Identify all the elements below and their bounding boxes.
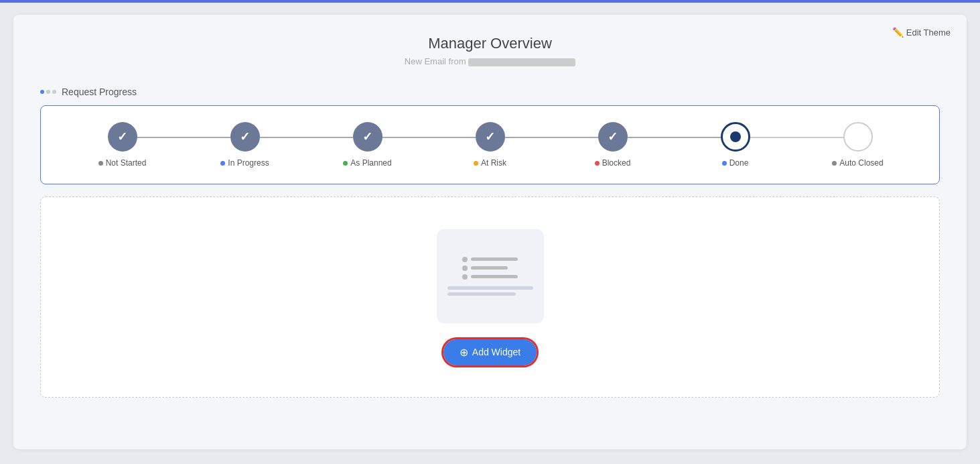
status-dot-as-planned xyxy=(343,161,348,166)
wi-text-line-1 xyxy=(447,286,533,290)
step-label-blocked: Blocked xyxy=(595,158,631,168)
step-done: Done xyxy=(674,122,796,168)
step-circle-auto-closed xyxy=(843,122,873,152)
step-label-auto-closed: Auto Closed xyxy=(832,158,883,168)
icon-dot-1 xyxy=(40,90,44,94)
step-not-started: ✓ Not Started xyxy=(61,122,184,168)
step-blocked: ✓ Blocked xyxy=(551,122,674,168)
active-dot xyxy=(730,131,741,142)
wi-dot-1 xyxy=(462,257,468,262)
step-text-blocked: Blocked xyxy=(602,158,631,168)
add-widget-plus-icon: ⊕ xyxy=(460,346,468,359)
widget-icon-row-2 xyxy=(462,266,508,271)
page-title: Manager Overview xyxy=(40,35,940,52)
wi-line-3 xyxy=(471,275,518,278)
step-circle-blocked: ✓ xyxy=(598,122,628,152)
step-circle-as-planned: ✓ xyxy=(353,122,382,152)
step-text-as-planned: As Planned xyxy=(350,158,391,168)
section-label: Request Progress xyxy=(40,86,940,97)
section-title: Request Progress xyxy=(62,86,137,97)
widget-area: ⊕ Add Widget xyxy=(40,196,940,398)
wi-line-1 xyxy=(471,257,518,261)
icon-dot-3 xyxy=(52,90,56,94)
status-dot-blocked xyxy=(595,161,600,166)
step-text-at-risk: At Risk xyxy=(481,158,506,168)
wi-dot-2 xyxy=(462,266,468,271)
check-icon: ✓ xyxy=(117,129,127,144)
page-subtitle: New Email from xyxy=(40,56,940,66)
wi-dot-3 xyxy=(462,274,468,280)
check-icon: ✓ xyxy=(485,129,495,144)
step-circle-at-risk: ✓ xyxy=(476,122,505,152)
step-at-risk: ✓ At Risk xyxy=(429,122,551,168)
subtitle-prefix: New Email from xyxy=(405,56,466,66)
status-dot-auto-closed xyxy=(832,161,837,166)
step-circle-done xyxy=(721,122,750,152)
widget-icon-row-1 xyxy=(462,257,518,262)
status-dot-done xyxy=(722,161,727,166)
check-icon: ✓ xyxy=(362,129,372,144)
check-icon: ✓ xyxy=(240,129,250,144)
step-label-as-planned: As Planned xyxy=(343,158,391,168)
step-text-not-started: Not Started xyxy=(106,158,147,168)
icon-dot-2 xyxy=(46,90,50,94)
widget-icon-area xyxy=(462,257,518,280)
status-dot-at-risk xyxy=(474,161,478,166)
progress-card: ✓ Not Started ✓ In Progress ✓ As Planned… xyxy=(40,105,940,184)
step-text-in-progress: In Progress xyxy=(228,158,269,168)
section-icon xyxy=(40,90,56,94)
step-circle-not-started: ✓ xyxy=(108,122,137,152)
add-widget-button[interactable]: ⊕ Add Widget xyxy=(443,339,537,365)
step-text-done: Done xyxy=(729,158,749,168)
check-icon: ✓ xyxy=(608,129,618,144)
wi-text-lines xyxy=(447,286,533,296)
pencil-icon: ✏️ xyxy=(892,27,904,38)
step-in-progress: ✓ In Progress xyxy=(184,122,306,168)
widget-icon-row-3 xyxy=(462,274,518,280)
step-label-in-progress: In Progress xyxy=(220,158,269,168)
outer-border: ✏️ Edit Theme Manager Overview New Email… xyxy=(0,0,980,464)
widget-placeholder xyxy=(437,229,544,323)
step-label-done: Done xyxy=(722,158,749,168)
progress-steps: ✓ Not Started ✓ In Progress ✓ As Planned… xyxy=(61,122,919,168)
wi-text-line-2 xyxy=(447,292,516,296)
step-label-not-started: Not Started xyxy=(98,158,147,168)
step-label-at-risk: At Risk xyxy=(474,158,506,168)
add-widget-label: Add Widget xyxy=(472,347,520,357)
edit-theme-button[interactable]: ✏️ Edit Theme xyxy=(892,27,951,38)
status-dot-in-progress xyxy=(220,161,225,166)
step-text-auto-closed: Auto Closed xyxy=(839,158,883,168)
step-auto-closed: Auto Closed xyxy=(796,122,919,168)
subtitle-blurred xyxy=(468,58,575,66)
edit-theme-label: Edit Theme xyxy=(906,27,951,38)
step-as-planned: ✓ As Planned xyxy=(306,122,429,168)
wi-line-2 xyxy=(471,266,508,270)
step-circle-in-progress: ✓ xyxy=(230,122,260,152)
status-dot-not-started xyxy=(98,161,103,166)
main-card: ✏️ Edit Theme Manager Overview New Email… xyxy=(13,15,967,449)
